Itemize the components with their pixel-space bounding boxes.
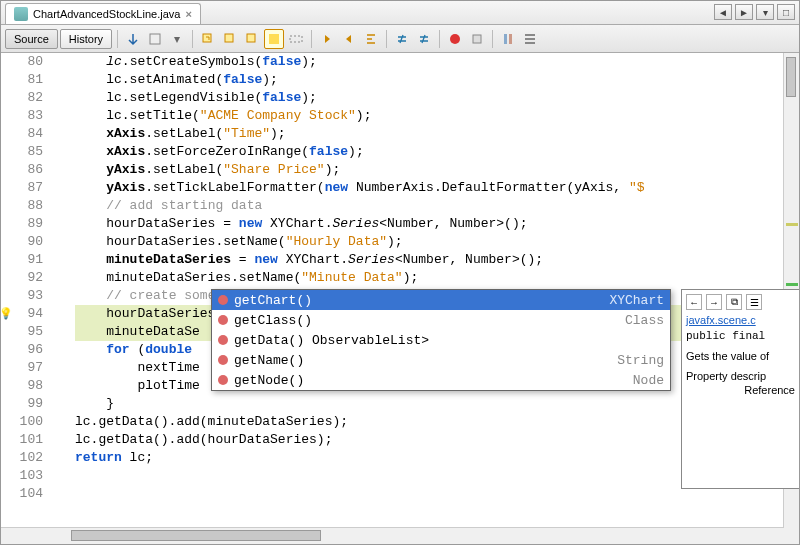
completion-item[interactable]: getNode()Node — [212, 370, 670, 390]
code-line[interactable]: xAxis.setForceZeroInRange(false); — [75, 143, 799, 161]
scrollbar-thumb[interactable] — [786, 57, 796, 97]
doc-description: Gets the value of — [686, 350, 795, 362]
svg-rect-4 — [269, 34, 279, 44]
line-number[interactable]: 93 — [1, 287, 43, 305]
format-icon[interactable] — [361, 29, 381, 49]
code-line[interactable]: lc.setCreateSymbols(false); — [75, 53, 799, 71]
prev-button[interactable]: ◄ — [714, 4, 732, 20]
line-number[interactable]: 98 — [1, 377, 43, 395]
svg-rect-9 — [509, 34, 512, 44]
code-line[interactable]: yAxis.setLabel("Share Price"); — [75, 161, 799, 179]
line-number[interactable]: 83 — [1, 107, 43, 125]
comment-icon[interactable] — [392, 29, 412, 49]
code-line[interactable]: lc.setLegendVisible(false); — [75, 89, 799, 107]
uncomment-icon[interactable] — [414, 29, 434, 49]
line-number[interactable]: 85 — [1, 143, 43, 161]
separator — [386, 30, 387, 48]
history-view-button[interactable]: History — [60, 29, 112, 49]
dropdown-icon[interactable]: ▾ — [167, 29, 187, 49]
horizontal-scrollbar[interactable] — [1, 527, 799, 544]
line-number[interactable]: 82 — [1, 89, 43, 107]
line-number[interactable]: 86 — [1, 161, 43, 179]
code-line[interactable]: xAxis.setLabel("Time"); — [75, 125, 799, 143]
change-marker[interactable] — [786, 283, 798, 286]
stop-macro-icon[interactable] — [467, 29, 487, 49]
next-button[interactable]: ► — [735, 4, 753, 20]
completion-item[interactable]: getClass()Class — [212, 310, 670, 330]
find-selection-icon[interactable] — [242, 29, 262, 49]
bookmark-icon[interactable] — [498, 29, 518, 49]
scrollbar-thumb[interactable] — [71, 530, 321, 541]
code-line[interactable]: minuteDataSeries = new XYChart.Series<Nu… — [75, 251, 799, 269]
code-line[interactable]: hourDataSeries = new XYChart.Series<Numb… — [75, 215, 799, 233]
completion-label: getData() ObservableList> — [234, 333, 429, 348]
close-icon[interactable]: × — [185, 8, 191, 20]
shift-left-icon[interactable] — [317, 29, 337, 49]
highlight-icon[interactable] — [264, 29, 284, 49]
source-view-button[interactable]: Source — [5, 29, 58, 49]
svg-rect-2 — [225, 34, 233, 42]
last-edit-icon[interactable] — [123, 29, 143, 49]
line-number[interactable]: 92 — [1, 269, 43, 287]
line-number-gutter[interactable]: 8081828384858687888990919293949596979899… — [1, 53, 51, 528]
completion-item[interactable]: getName()String — [212, 350, 670, 370]
record-macro-icon[interactable] — [445, 29, 465, 49]
completion-item[interactable]: getData() ObservableList> — [212, 330, 670, 350]
line-number[interactable]: 80 — [1, 53, 43, 71]
line-number[interactable]: 104 — [1, 485, 43, 503]
svg-rect-8 — [504, 34, 507, 44]
doc-signature: public final — [686, 330, 795, 342]
code-line[interactable]: lc.setTitle("ACME Company Stock"); — [75, 107, 799, 125]
line-number[interactable]: 100 — [1, 413, 43, 431]
line-number[interactable]: 101 — [1, 431, 43, 449]
shift-right-icon[interactable] — [339, 29, 359, 49]
line-number[interactable]: 88 — [1, 197, 43, 215]
svg-rect-5 — [290, 36, 302, 42]
warning-marker[interactable] — [786, 223, 798, 226]
line-number[interactable]: 102 — [1, 449, 43, 467]
options-icon[interactable] — [520, 29, 540, 49]
doc-forward-icon[interactable]: → — [706, 294, 722, 310]
separator — [439, 30, 440, 48]
line-number[interactable]: 96 — [1, 341, 43, 359]
doc-controls: ← → ⧉ ☰ — [686, 294, 795, 310]
editor-tabbar: ChartAdvancedStockLine.java × ◄ ► ▾ □ — [1, 1, 799, 25]
maximize-button[interactable]: □ — [777, 4, 795, 20]
code-line[interactable]: // add starting data — [75, 197, 799, 215]
find-next-icon[interactable] — [220, 29, 240, 49]
file-tab[interactable]: ChartAdvancedStockLine.java × — [5, 3, 201, 24]
javadoc-panel: ← → ⧉ ☰ javafx.scene.c public final Gets… — [681, 289, 799, 489]
selection-mode-icon[interactable] — [286, 29, 306, 49]
separator — [192, 30, 193, 48]
doc-reference: Reference — [686, 384, 795, 396]
code-line[interactable]: hourDataSeries.setName("Hourly Data"); — [75, 233, 799, 251]
find-prev-icon[interactable] — [198, 29, 218, 49]
code-line[interactable]: yAxis.setTickLabelFormatter(new NumberAx… — [75, 179, 799, 197]
code-completion-popup[interactable]: getChart()XYChartgetClass()ClassgetData(… — [211, 289, 671, 391]
editor-toolbar: Source History ▾ — [1, 25, 799, 53]
line-number[interactable]: 81 — [1, 71, 43, 89]
doc-source-icon[interactable]: ☰ — [746, 294, 762, 310]
line-number[interactable]: 89 — [1, 215, 43, 233]
line-number[interactable]: 97 — [1, 359, 43, 377]
line-number[interactable]: 84 — [1, 125, 43, 143]
line-number[interactable]: 103 — [1, 467, 43, 485]
line-number[interactable]: 94 — [1, 305, 43, 323]
doc-browser-icon[interactable]: ⧉ — [726, 294, 742, 310]
completion-type: Node — [633, 373, 664, 388]
minimize-button[interactable]: ▾ — [756, 4, 774, 20]
line-number[interactable]: 99 — [1, 395, 43, 413]
doc-package-link[interactable]: javafx.scene.c — [686, 314, 756, 326]
line-number[interactable]: 91 — [1, 251, 43, 269]
refactor-icon[interactable] — [145, 29, 165, 49]
line-number[interactable]: 95 — [1, 323, 43, 341]
separator — [492, 30, 493, 48]
code-line[interactable]: minuteDataSeries.setName("Minute Data"); — [75, 269, 799, 287]
code-line[interactable]: lc.setAnimated(false); — [75, 71, 799, 89]
line-number[interactable]: 90 — [1, 233, 43, 251]
method-icon — [218, 335, 228, 345]
completion-item[interactable]: getChart()XYChart — [212, 290, 670, 310]
doc-back-icon[interactable]: ← — [686, 294, 702, 310]
separator — [117, 30, 118, 48]
line-number[interactable]: 87 — [1, 179, 43, 197]
